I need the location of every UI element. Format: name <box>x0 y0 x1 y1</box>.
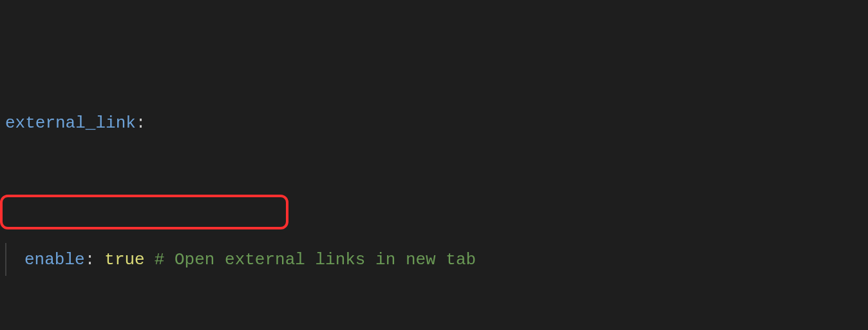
code-line[interactable]: enable:true# Open external links in new … <box>5 243 868 276</box>
colon: : <box>136 110 146 136</box>
yaml-key: enable <box>24 247 85 273</box>
yaml-key: external_link <box>5 110 136 136</box>
annotation-highlight-box <box>0 195 288 229</box>
yaml-value-bool: true <box>104 247 144 273</box>
colon: : <box>85 247 95 273</box>
code-editor[interactable]: external_link: enable:true# Open externa… <box>0 0 868 330</box>
code-line[interactable]: external_link: <box>5 106 868 139</box>
indent-guide <box>5 243 6 276</box>
yaml-comment: # Open external links in new tab <box>155 247 476 273</box>
